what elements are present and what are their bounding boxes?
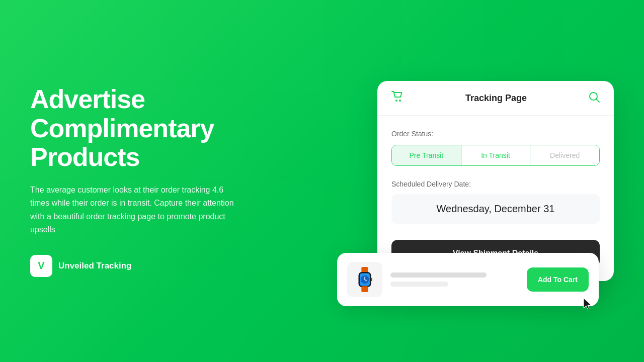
headline: Advertise Complimentary Products	[30, 85, 272, 171]
cart-icon	[391, 91, 404, 105]
brand: V Unveiled Tracking	[30, 255, 272, 277]
status-tabs: Pre Transit In Transit Delivered	[391, 145, 600, 166]
description: The average customer looks at their orde…	[30, 184, 242, 237]
svg-point-2	[590, 93, 597, 100]
card-header: Tracking Page	[377, 81, 614, 116]
brand-name: Unveiled Tracking	[58, 261, 132, 271]
svg-rect-11	[371, 278, 373, 282]
svg-rect-10	[361, 286, 368, 292]
svg-line-3	[597, 99, 600, 102]
product-line-1	[390, 273, 487, 278]
card-body: Order Status: Pre Transit In Transit Del…	[377, 116, 614, 240]
tab-in-transit[interactable]: In Transit	[461, 145, 531, 165]
left-panel: Advertise Complimentary Products The ave…	[30, 85, 272, 277]
product-image	[347, 262, 382, 297]
add-to-cart-button[interactable]: Add To Cart	[527, 267, 589, 292]
upsell-card: Add To Cart	[337, 253, 599, 306]
tab-delivered[interactable]: Delivered	[530, 145, 599, 165]
card-title: Tracking Page	[465, 93, 527, 104]
tab-pre-transit[interactable]: Pre Transit	[392, 145, 461, 165]
order-status-label: Order Status:	[391, 130, 600, 138]
product-info	[390, 273, 519, 287]
delivery-label: Scheduled Delivery Date:	[391, 180, 600, 188]
svg-point-1	[399, 100, 401, 102]
product-line-2	[390, 282, 448, 287]
cursor-icon	[582, 297, 594, 315]
tracking-card: Tracking Page Order Status: Pre Transit …	[377, 81, 614, 281]
delivery-date-box: Wednesday, December 31	[391, 194, 600, 224]
svg-rect-4	[361, 267, 368, 273]
delivery-date: Wednesday, December 31	[437, 203, 555, 214]
search-icon[interactable]	[589, 92, 600, 105]
right-panel: Tracking Page Order Status: Pre Transit …	[377, 81, 614, 281]
svg-point-0	[395, 100, 397, 102]
brand-logo: V	[30, 255, 52, 277]
